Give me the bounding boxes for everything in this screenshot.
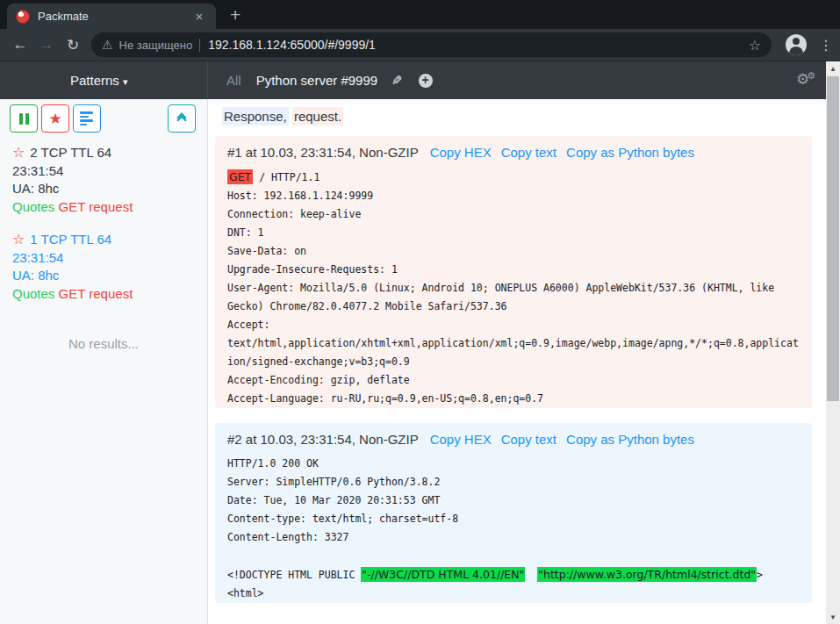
browser-window: Packmate × + ← → ↻ ⚠ Не защищено 192.168… (0, 0, 840, 624)
profile-avatar[interactable] (786, 34, 807, 55)
stream-title-row: ☆ 2 TCP TTL 64 (12, 144, 195, 162)
caret-down-icon: ▾ (123, 76, 128, 87)
patterns-dropdown[interactable]: Patterns▾ (70, 73, 127, 88)
sidebar-toolbar: ★ (0, 104, 207, 133)
browser-toolbar: ← → ↻ ⚠ Не защищено 192.168.1.124:65000/… (0, 29, 840, 61)
address-bar[interactable]: ⚠ Не защищено 192.168.1.124:65000/#/9999… (91, 32, 772, 57)
settings-gears-icon[interactable]: ⚙⚙ (796, 70, 815, 89)
collapse-sidebar-button[interactable] (168, 104, 196, 133)
packet-body: HTTP/1.0 200 OK Server: SimpleHTTP/0.6 P… (227, 455, 800, 603)
pattern-match-green: "http://www.w3.org/TR/html4/strict.dtd" (537, 567, 757, 582)
stream-user-agent: UA: 8hc (12, 180, 195, 198)
copy-python-bytes-link[interactable]: Copy as Python bytes (566, 145, 694, 160)
stream-tags: Quotes GET request (12, 198, 195, 217)
stream-item[interactable]: ☆ 2 TCP TTL 64 23:31:54 UA: 8hc Quotes G… (12, 144, 195, 216)
text-segment (525, 569, 537, 581)
edit-service-icon[interactable]: ✎ (391, 73, 403, 89)
copy-hex-link[interactable]: Copy HEX (430, 145, 492, 160)
copy-hex-link[interactable]: Copy HEX (430, 432, 492, 447)
text-segment: / HTTP/1.1 Host: 192.168.1.124:9999 Conn… (227, 171, 799, 405)
scrollbar-thumb[interactable] (827, 76, 839, 401)
pause-capture-button[interactable] (10, 104, 38, 133)
stream-title-row: ☆ 1 TCP TTL 64 (12, 231, 195, 249)
pattern-match-sum-blue: Response, (222, 107, 289, 126)
reload-icon[interactable]: ↻ (60, 36, 86, 54)
page-content: ★ ☆ 2 TCP TTL 64 23:31:54 UA: 8 (0, 99, 840, 624)
packet-card-response: #2 at 10.03, 23:31:54, Non-GZIPCopy HEXC… (215, 423, 812, 603)
tab-title: Packmate (38, 10, 191, 23)
align-left-icon (80, 111, 94, 126)
url-divider (199, 39, 200, 52)
no-results-label: No results... (12, 335, 195, 354)
packet-body: GET / HTTP/1.1 Host: 192.168.1.124:9999 … (227, 168, 800, 408)
packet-card-request: #1 at 10.03, 23:31:54, Non-GZIPCopy HEXC… (215, 136, 812, 408)
star-icon: ★ (48, 111, 61, 126)
tag-quotes: Quotes (12, 286, 54, 301)
stream-tags: Quotes GET request (12, 285, 195, 304)
new-tab-button[interactable]: + (230, 4, 241, 26)
stream-user-agent: UA: 8hc (12, 267, 195, 285)
stream-title: 1 TCP TTL 64 (30, 231, 111, 249)
gear-small-icon: ⚙ (807, 70, 815, 81)
close-tab-icon[interactable]: × (191, 9, 207, 24)
tag-quotes: Quotes (12, 199, 54, 214)
service-name: Python server #9999 (256, 73, 377, 88)
tag-get-request: GET request (59, 199, 133, 214)
text-segment: HTTP/1.0 200 OK Server: SimpleHTTP/0.6 P… (227, 457, 458, 581)
bookmark-star-icon[interactable]: ☆ (749, 37, 761, 54)
stream-list-button[interactable] (73, 104, 101, 133)
filter-all-link[interactable]: All (226, 73, 241, 88)
favorite-star-icon[interactable]: ☆ (12, 144, 25, 162)
pause-icon (19, 113, 29, 125)
pattern-match-sum-red: request. (292, 107, 343, 126)
navbar-left-section: Patterns▾ (0, 61, 208, 99)
browser-menu-icon[interactable]: ⋮ (819, 37, 833, 54)
security-label[interactable]: Не защищено (119, 39, 193, 52)
scroll-down-arrow[interactable]: ▼ (826, 610, 840, 624)
page-scrollbar[interactable]: ▲ ▼ (826, 61, 840, 624)
packet-header: #2 at 10.03, 23:31:54, Non-GZIPCopy HEXC… (227, 430, 800, 448)
add-service-icon[interactable]: + (419, 74, 433, 88)
stream-time: 23:31:54 (12, 162, 195, 181)
stream-item-selected[interactable]: ☆ 1 TCP TTL 64 23:31:54 UA: 8hc Quotes G… (12, 231, 195, 303)
pattern-match-green: "-//W3C//DTD HTML 4.01//EN" (361, 567, 525, 582)
stream-title: 2 TCP TTL 64 (30, 144, 111, 162)
favorites-filter-button[interactable]: ★ (41, 104, 69, 133)
pattern-match-red: GET (227, 169, 253, 184)
packmate-favicon (16, 10, 30, 24)
stream-summary: Response, request. (215, 106, 826, 126)
app-navbar: Patterns▾ All Python server #9999 ✎ + ⚙⚙ (0, 61, 840, 99)
back-icon[interactable]: ← (7, 36, 33, 54)
scroll-up-arrow[interactable]: ▲ (826, 61, 840, 75)
packet-meta: #2 at 10.03, 23:31:54, Non-GZIP (227, 432, 419, 447)
forward-icon[interactable]: → (33, 36, 60, 54)
packet-view: Response, request. #1 at 10.03, 23:31:54… (208, 99, 826, 624)
stream-list: ☆ 2 TCP TTL 64 23:31:54 UA: 8hc Quotes G… (0, 133, 207, 354)
patterns-label: Patterns (70, 73, 119, 88)
browser-tab-packmate[interactable]: Packmate × (7, 4, 216, 29)
tab-strip: Packmate × + (0, 0, 840, 29)
packet-meta: #1 at 10.03, 23:31:54, Non-GZIP (227, 145, 419, 160)
copy-python-bytes-link[interactable]: Copy as Python bytes (566, 432, 694, 447)
tag-get-request: GET request (59, 286, 133, 301)
packet-header: #1 at 10.03, 23:31:54, Non-GZIPCopy HEXC… (227, 143, 800, 161)
stream-time: 23:31:54 (12, 249, 195, 268)
copy-text-link[interactable]: Copy text (501, 432, 556, 447)
url-text[interactable]: 192.168.1.124:65000/#/9999/1 (208, 38, 742, 52)
stream-sidebar: ★ ☆ 2 TCP TTL 64 23:31:54 UA: 8 (0, 99, 208, 624)
favorite-star-icon[interactable]: ☆ (12, 231, 25, 249)
copy-text-link[interactable]: Copy text (501, 145, 556, 160)
not-secure-warning-icon[interactable]: ⚠ (102, 38, 113, 52)
